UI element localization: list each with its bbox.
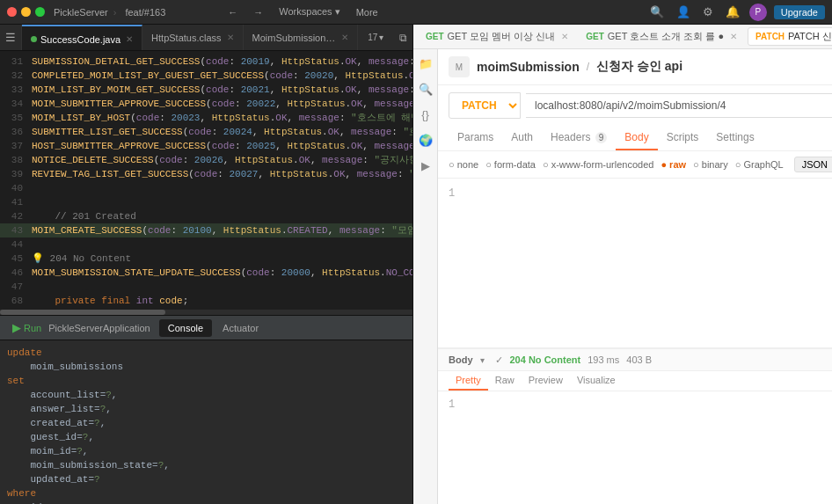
body-raw-option[interactable]: ● raw <box>660 159 686 170</box>
tab-http-status[interactable]: HttpStatus.class ✕ <box>142 25 243 50</box>
tab-headers[interactable]: Headers 9 <box>542 126 616 150</box>
pm-request-header: M moimSubmission / 신청자 승인 api Save ▾ Sha… <box>438 49 832 85</box>
more-tabs-button[interactable]: 17 ▾ <box>361 25 390 50</box>
split-editor-icon[interactable]: ⧉ <box>399 32 407 44</box>
body-form-data-option[interactable]: ○ form-data <box>485 159 536 170</box>
breadcrumb-slash: / <box>587 61 589 73</box>
body-format-select[interactable]: JSON <box>794 157 832 172</box>
pm-tab-get2[interactable]: GET GET 호스트 소개 조회 를 ● ✕ <box>579 28 744 45</box>
sql-line: where <box>7 486 405 500</box>
url-bar: PATCH Send ▾ <box>449 92 832 119</box>
branch-name: feat/#163 <box>125 7 165 18</box>
postman-area: GET GET 모임 멤버 이상 신내 ✕ GET GET 호스트 소개 조회 … <box>413 25 832 504</box>
body-none-option[interactable]: ○ none <box>449 159 478 170</box>
request-body-editor[interactable]: 1 <box>438 179 832 348</box>
pm-center: M moimSubmission / 신청자 승인 api Save ▾ Sha… <box>438 49 832 504</box>
tab-success-code[interactable]: SuccessCode.java ✕ <box>22 25 142 50</box>
response-tabs: Pretty Raw Preview Visualize JSON ⇔ ⧉ <box>438 371 832 391</box>
code-line: 41 <box>0 195 412 209</box>
tab-body[interactable]: Body <box>616 126 657 150</box>
horizontal-scrollbar[interactable] <box>0 310 412 315</box>
settings-icon[interactable]: ⚙ <box>700 5 716 18</box>
breadcrumb-parent: moimSubmission <box>477 60 580 74</box>
minimize-window-icon[interactable] <box>21 7 31 17</box>
tab-close-icon[interactable]: ✕ <box>341 33 348 42</box>
env-icon[interactable]: 🌍 <box>416 131 435 150</box>
tab-settings[interactable]: Settings <box>707 126 763 150</box>
back-button[interactable]: ← <box>223 5 242 19</box>
url-input[interactable] <box>526 93 832 118</box>
code-line: 32 COMPLETED_MOIM_LIST_BY_GUEST_GET_SUCC… <box>0 69 412 83</box>
ide-tab-bar: ☰ SuccessCode.java ✕ HttpStatus.class ✕ … <box>0 25 412 51</box>
code-line: 42 // 201 Created <box>0 209 412 223</box>
sql-line: moim_submissions <box>7 360 405 374</box>
sql-line: moim_id=?, <box>7 444 405 458</box>
tab-close-icon[interactable]: ✕ <box>561 32 568 41</box>
code-line-highlight: 43 MOIM_CREATE_SUCCESS(code: 20100, Http… <box>0 223 412 237</box>
request-name: 신청자 승인 api <box>596 59 682 75</box>
bell-icon[interactable]: 🔔 <box>723 5 742 18</box>
resp-tab-pretty[interactable]: Pretty <box>449 371 488 391</box>
forward-button[interactable]: → <box>249 5 267 19</box>
upgrade-button[interactable]: Upgrade <box>774 5 825 19</box>
collection-icon[interactable]: 📁 <box>416 55 435 73</box>
pm-tab-patch[interactable]: PATCH PATCH 신청자 승인 ● ✕ <box>748 27 832 46</box>
tab-close-icon[interactable]: ✕ <box>227 33 234 42</box>
tab-moim-service[interactable]: MoimSubmissionCommandServic... ✕ <box>244 25 358 50</box>
method-select[interactable]: PATCH <box>449 92 521 119</box>
tab-scripts[interactable]: Scripts <box>658 126 708 150</box>
file-modified-indicator <box>31 36 37 42</box>
status-badge: 204 No Content <box>510 354 581 365</box>
sql-line: created_at=?, <box>7 416 405 430</box>
code-line: 44 <box>0 237 412 252</box>
tab-auth[interactable]: Auth <box>502 126 542 150</box>
maximize-window-icon[interactable] <box>35 7 45 17</box>
resp-tab-visualize[interactable]: Visualize <box>570 371 623 391</box>
variable-icon[interactable]: {} <box>419 106 432 124</box>
resp-tab-preview[interactable]: Preview <box>522 371 570 391</box>
avatar-icon[interactable]: P <box>749 4 767 21</box>
bottom-panel: ▶ Run PickleServerApplication Console Ac… <box>0 315 412 504</box>
tab-actuator[interactable]: Actuator <box>214 319 267 337</box>
code-editor[interactable]: 31 SUBMISSION_DETAIL_GET_SUCCESS(code: 2… <box>0 51 412 315</box>
code-line: 47 <box>0 280 412 294</box>
user-icon[interactable]: 👤 <box>674 5 693 18</box>
code-line: 31 SUBMISSION_DETAIL_GET_SUCCESS(code: 2… <box>0 55 412 69</box>
code-line: 34 MOIM_SUBMITTER_APPROVE_SUCCESS(code: … <box>0 97 412 111</box>
ide-app-name: PickleServer <box>54 7 108 18</box>
sql-line: moim_submission_state=?, <box>7 458 405 472</box>
sql-line: id=? <box>7 500 405 504</box>
tab-close-icon[interactable]: ✕ <box>126 34 133 44</box>
code-line: 36 SUBMITTER_LIST_GET_SUCCESS(code: 2002… <box>0 125 412 139</box>
code-line: 45 💡 204 No Content <box>0 252 412 266</box>
request-tabs: Params Auth Headers 9 Body Scripts Setti… <box>438 126 832 151</box>
response-header: Body ▾ ✓ 204 No Content 193 ms 403 B 💾 S… <box>438 349 832 371</box>
search-icon[interactable]: 🔍 <box>416 80 435 99</box>
body-urlencoded-option[interactable]: ○ x-www-form-urlencoded <box>543 159 653 170</box>
method-badge: GET <box>586 32 604 41</box>
body-label: Body <box>449 354 473 365</box>
body-graphql-option[interactable]: ○ GraphQL <box>735 159 784 170</box>
code-content: 31 SUBMISSION_DETAIL_GET_SUCCESS(code: 2… <box>0 51 412 315</box>
headers-badge: 9 <box>595 132 608 143</box>
run-button[interactable]: ▶ Run <box>7 321 47 334</box>
resp-tab-raw[interactable]: Raw <box>488 371 522 391</box>
sql-line: answer_list=?, <box>7 402 405 416</box>
response-arrow: ▾ <box>480 355 485 365</box>
pm-tab-get1[interactable]: GET GET 모임 멤버 이상 신내 ✕ <box>419 28 575 45</box>
more-button[interactable]: More <box>352 5 383 19</box>
workspaces-button[interactable]: Workspaces ▾ <box>274 4 344 19</box>
tab-close-icon[interactable]: ✕ <box>730 32 737 41</box>
response-line-number: 1 <box>449 398 466 411</box>
tab-console[interactable]: Console <box>159 319 212 337</box>
runner-icon[interactable]: ▶ <box>419 157 433 175</box>
search-icon[interactable]: 🔍 <box>647 5 667 18</box>
close-window-icon[interactable] <box>7 7 17 17</box>
request-title-area: M moimSubmission / 신청자 승인 api <box>449 56 682 77</box>
scrollbar-thumb <box>0 310 165 315</box>
ide-sidebar-toggle[interactable]: ☰ <box>0 25 22 50</box>
body-binary-option[interactable]: ○ binary <box>693 159 728 170</box>
response-time: 193 ms <box>588 354 619 365</box>
tab-params[interactable]: Params <box>449 126 502 150</box>
sql-line: updated_at=? <box>7 472 405 486</box>
